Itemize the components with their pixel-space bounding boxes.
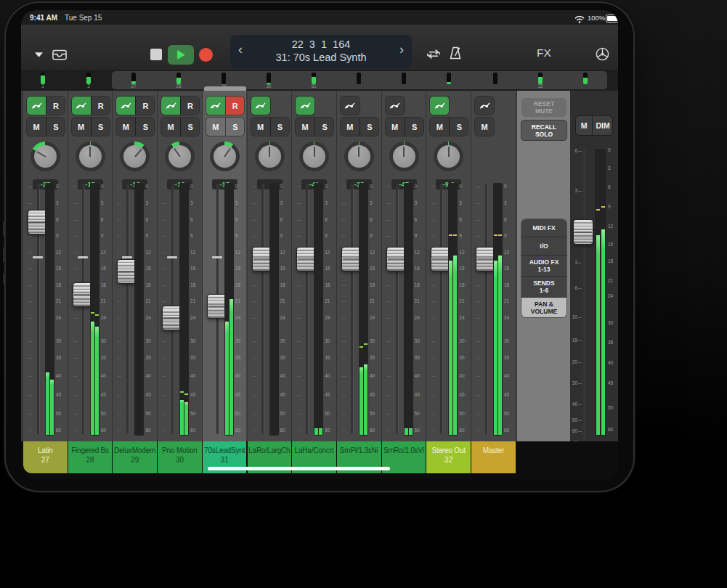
automation-button[interactable] [206,97,225,115]
master-fader-scale-label: 3 [570,188,577,194]
pan-knob[interactable] [210,142,240,171]
pan-knob[interactable] [344,142,374,171]
solo-button[interactable]: S [314,118,333,136]
fader-scale-label: 21 [370,298,381,304]
automation-button[interactable] [386,97,405,115]
mute-button[interactable]: M [72,118,91,136]
solo-button[interactable]: S [405,118,423,136]
solo-button[interactable]: S [135,118,154,136]
mute-button[interactable]: M [206,118,225,136]
fader-scale-tick [297,376,301,377]
automation-button[interactable] [430,97,449,115]
view-button-audio-fx-1-13[interactable]: AUDIO FX 1-13 [521,255,566,276]
fader-scale-label: 12 [280,250,292,256]
unity-mark [78,256,88,258]
record-enable-button[interactable]: R [180,97,199,115]
metronome-icon[interactable] [448,45,463,61]
fader-scale-label: 35 [235,355,247,361]
recall-solo-button[interactable]: RECALL SOLO [521,120,567,141]
solo-button[interactable]: S [270,118,289,136]
automation-button[interactable] [251,97,270,115]
automation-button[interactable] [161,97,180,115]
automation-button[interactable] [341,97,360,115]
reset-mute-button[interactable]: RESET MUTE [521,98,566,117]
fader-scale-tick [28,318,32,319]
view-button-i-o[interactable]: I/O [521,237,566,255]
track-label-deluxmodern[interactable]: DeluxModern29 [113,441,157,473]
mute-button[interactable]: M [27,118,46,136]
fader-scale-tick [476,203,480,204]
mute-button[interactable]: M [296,118,314,136]
mute-button[interactable]: M [251,118,270,136]
mixer-scrollbar[interactable] [208,467,390,470]
meter-bar-right [50,380,54,435]
chevron-down-icon[interactable] [33,49,44,60]
master-mute-button[interactable]: M [576,116,592,135]
pan-knob[interactable] [76,142,105,171]
fader-scale-label: 15 [280,266,292,271]
mute-button[interactable]: M [475,118,494,136]
pan-knob[interactable] [165,142,195,171]
backdrop: 9:41 AM Tue Sep 15 100% [0,0,727,588]
cycle-icon[interactable] [425,46,442,61]
record-enable-button[interactable]: R [135,97,154,115]
record-enable-button[interactable]: R [46,97,65,115]
overview-meter-fill [583,78,588,84]
solo-button[interactable]: S [180,118,199,136]
mute-button[interactable]: M [161,118,180,136]
view-button-sends-1-6[interactable]: SENDS 1-6 [521,276,566,297]
track-label-stereo-out[interactable]: Stereo Out32 [426,441,471,473]
automation-button[interactable] [475,97,494,115]
fx-button[interactable]: FX [533,46,555,60]
track-label-fingered-bs[interactable]: Fingered Bs28 [68,441,113,473]
track-label-latin[interactable]: Latin27 [23,441,68,473]
mute-button[interactable]: M [386,118,405,136]
ipad-frame: 9:41 AM Tue Sep 15 100% [6,3,633,491]
view-button-midi-fx[interactable]: MIDI FX [521,219,566,237]
overview-meter-fill [447,82,451,84]
next-section-button[interactable]: › [394,42,409,57]
pan-knob[interactable] [31,142,60,171]
solo-button[interactable]: S [225,118,244,136]
track-overview-strip[interactable]: 12272829303132 [21,70,618,91]
record-enable-button[interactable]: R [225,97,244,115]
master-fader-handle[interactable] [573,219,593,245]
lcd-display[interactable]: ‹ 22 3 1 164 31: 70s Lead Synth › [230,35,412,68]
mute-button[interactable]: M [430,118,449,136]
track-label-pno-motion[interactable]: Pno Motion30 [158,441,202,473]
pan-knob[interactable] [299,142,329,171]
pan-knob[interactable] [120,142,150,171]
mute-button[interactable]: M [116,118,135,136]
mute-button[interactable]: M [341,118,360,136]
track-label-master[interactable]: Master [471,441,516,473]
record-button[interactable] [199,48,213,62]
fader-scale-label: 15 [56,266,68,271]
automation-button[interactable] [296,97,314,115]
solo-button[interactable]: S [91,118,110,136]
record-enable-button[interactable]: R [91,97,110,115]
channel-strip-8: MS-3303691215182124303540455060 [337,91,382,441]
automation-button[interactable] [116,97,135,115]
solo-button[interactable]: S [360,118,378,136]
solo-button[interactable]: S [46,118,65,136]
master-dim-button[interactable]: DIM [592,116,612,135]
pan-knob[interactable] [434,142,463,171]
play-button[interactable] [168,45,194,65]
fader-scale-label: 21 [280,298,292,304]
settings-icon[interactable] [593,45,611,62]
fader-scale-label: 60 [101,428,113,433]
pan-knob[interactable] [255,142,285,171]
tray-icon[interactable] [52,46,68,62]
fader-scale-tick [476,358,480,359]
automation-button[interactable] [72,97,91,115]
fader-scale-label: 3 [56,200,68,206]
level-meter [493,183,503,436]
pan-knob[interactable] [389,142,419,171]
overview-meter [493,73,497,84]
stop-button[interactable] [150,49,162,60]
view-button-pan-volume[interactable]: PAN & VOLUME [521,297,566,317]
fader-scale-tick [118,301,121,302]
fader-scale-label: 40 [280,373,292,379]
automation-button[interactable] [27,97,46,115]
solo-button[interactable]: S [449,118,468,136]
